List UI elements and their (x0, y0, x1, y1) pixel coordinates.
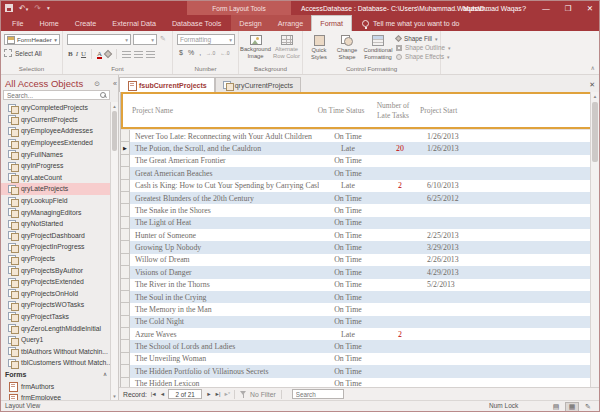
layout-view-button[interactable]: ▦ (565, 402, 579, 412)
cell-project-name[interactable]: The School of Lords and Ladies (130, 342, 319, 351)
record-selector[interactable] (121, 217, 130, 229)
cell-on-time-status[interactable]: On Time (319, 243, 377, 252)
ribbon-tab-database-tools[interactable]: Database Tools (164, 15, 229, 31)
record-selector[interactable] (121, 254, 130, 266)
cell-project-name[interactable]: The Great American Frontier (130, 156, 319, 165)
cell-project-name[interactable]: The Memory in the Man (130, 305, 319, 314)
record-search-box[interactable] (292, 389, 344, 399)
cell-project-start[interactable]: 1/26/2013 (423, 144, 583, 153)
cell-on-time-status[interactable]: On Time (319, 342, 377, 351)
increase-decimals-button[interactable]: →.0 (206, 50, 215, 56)
cell-project-start[interactable]: 4/29/2013 (423, 268, 583, 277)
table-row[interactable]: Cash is King: How to Cut Your Spending b… (121, 180, 593, 192)
table-row[interactable]: Visions of Danger On Time 4/29/2013 (121, 266, 593, 278)
table-row[interactable]: Greatest Blunders of the 20th Century On… (121, 192, 593, 204)
nav-scrollbar[interactable]: ▲ ▼ (110, 102, 118, 400)
currency-format-button[interactable]: $ (179, 49, 183, 56)
shape-fill-button[interactable]: Shape Fill▾ (396, 35, 450, 42)
cell-on-time-status[interactable]: Late (319, 330, 377, 339)
record-selector[interactable] (121, 279, 130, 291)
cell-project-name[interactable]: Visions of Danger (130, 268, 319, 277)
cell-project-name[interactable]: The Hidden Lexicon (130, 379, 319, 387)
minimize-button[interactable]: — (535, 1, 557, 15)
cell-project-name[interactable]: Willow of Dream (130, 255, 319, 264)
cell-on-time-status[interactable]: On Time (319, 255, 377, 264)
nav-pane-item[interactable]: frmEmployee (1, 392, 111, 400)
undo-button[interactable]: ↶▾ (19, 4, 28, 13)
cell-on-time-status[interactable]: On Time (319, 280, 377, 289)
tell-me-box[interactable]: Tell me what you want to do (352, 15, 459, 31)
italic-button[interactable]: I (76, 50, 78, 58)
new-record-button[interactable]: ►* (223, 391, 229, 397)
nav-pane-item[interactable]: qryNotStarted (1, 218, 111, 230)
cell-on-time-status[interactable]: On Time (319, 305, 377, 314)
filter-icon[interactable] (240, 391, 247, 398)
document-tab[interactable]: fsubCurrentProjects (119, 77, 215, 92)
nav-search-box[interactable] (3, 90, 110, 100)
record-position-box[interactable]: 2 of 21 (168, 389, 202, 399)
record-selector[interactable] (121, 340, 130, 352)
nav-pane-item[interactable]: qryEmployeeAddresses (1, 125, 111, 137)
cell-project-start[interactable]: 3/29/2013 (423, 243, 583, 252)
cell-on-time-status[interactable]: Late (319, 181, 377, 190)
selection-object-combo[interactable]: FormHeader ▾ (4, 34, 60, 45)
cell-on-time-status[interactable]: Late (319, 144, 377, 153)
record-selector[interactable] (121, 130, 130, 142)
nav-pane-item[interactable]: qryCurrentProjects (1, 114, 111, 126)
table-row[interactable]: The Soul in the Crying On Time (121, 291, 593, 303)
column-header-on-time-status[interactable]: On Time Status (312, 106, 370, 115)
nav-section-header[interactable]: Forms∧ (1, 369, 111, 381)
cell-on-time-status[interactable]: On Time (319, 169, 377, 178)
nav-scroll-up-icon[interactable]: ▲ (111, 102, 118, 110)
nav-pane-item[interactable]: qryManagingEditors (1, 206, 111, 218)
cell-on-time-status[interactable]: On Time (319, 293, 377, 302)
decrease-decimals-button[interactable]: ←.0 (220, 50, 229, 56)
shape-outline-button[interactable]: Shape Outline▾ (396, 44, 450, 51)
background-image-button[interactable]: Background Image (241, 35, 270, 59)
cell-on-time-status[interactable]: On Time (319, 218, 377, 227)
cell-project-name[interactable]: Never Too Late: Reconnecting with Your A… (130, 132, 319, 141)
ribbon-tab-file[interactable]: File (4, 15, 32, 31)
design-view-button[interactable]: ✎ (581, 402, 595, 412)
table-row[interactable]: Never Too Late: Reconnecting with Your A… (121, 130, 593, 142)
nav-pane-item[interactable]: qryInProgress (1, 160, 111, 172)
save-icon[interactable] (5, 4, 13, 12)
change-shape-button[interactable]: Change Shape (334, 35, 360, 60)
nav-pane-item[interactable]: qryLookupField (1, 195, 111, 207)
cell-late-tasks[interactable]: 2 (377, 330, 423, 339)
nav-pane-item[interactable]: qryLateProjects (1, 183, 111, 195)
ribbon-tab-arrange[interactable]: Arrange (270, 15, 312, 31)
comma-format-button[interactable]: , (199, 49, 201, 56)
record-selector[interactable] (121, 155, 130, 167)
column-header-project-start[interactable]: Project Start (416, 106, 536, 115)
table-row[interactable]: Willow of Dream On Time 2/26/2013 (121, 254, 593, 266)
record-selector[interactable] (121, 378, 130, 388)
ribbon-tab-format[interactable]: Format (311, 15, 352, 31)
form-header-selected[interactable]: Project Name On Time Status Number of La… (121, 92, 593, 129)
table-row[interactable]: Great American Beaches On Time (121, 167, 593, 179)
nav-pane-item[interactable]: qryProjects (1, 253, 111, 265)
cell-project-name[interactable]: Growing Up Nobody (130, 243, 319, 252)
close-button[interactable]: ✕ (579, 1, 600, 15)
cell-project-name[interactable]: The Hidden Portfolio of Villainous Secre… (130, 367, 319, 376)
last-record-button[interactable]: ►| (215, 391, 220, 397)
conditional-formatting-button[interactable]: Conditional Formatting (362, 35, 394, 60)
align-center-button[interactable] (134, 51, 143, 58)
record-selector[interactable] (121, 353, 130, 365)
record-selector[interactable] (121, 328, 130, 340)
format-painter-icon[interactable]: ✎ (160, 35, 166, 43)
cell-on-time-status[interactable]: On Time (319, 379, 377, 387)
table-row[interactable]: The Hidden Lexicon On Time (121, 378, 593, 388)
quick-styles-button[interactable]: Quick Styles (306, 35, 332, 60)
underline-button[interactable]: U (81, 50, 86, 58)
align-left-button[interactable] (122, 51, 131, 58)
cell-project-start[interactable]: 5/2/2013 (423, 280, 583, 289)
help-button[interactable]: ? (513, 1, 535, 15)
cell-project-start[interactable]: 2/25/2013 (423, 231, 583, 240)
nav-scroll-thumb[interactable] (112, 111, 117, 151)
number-format-combo[interactable]: Formatting▾ (177, 34, 235, 45)
record-search-input[interactable] (293, 390, 343, 398)
table-row[interactable]: The School of Lords and Ladies On Time (121, 340, 593, 352)
cell-on-time-status[interactable]: On Time (319, 354, 377, 363)
maximize-button[interactable]: ❐ (557, 1, 579, 15)
